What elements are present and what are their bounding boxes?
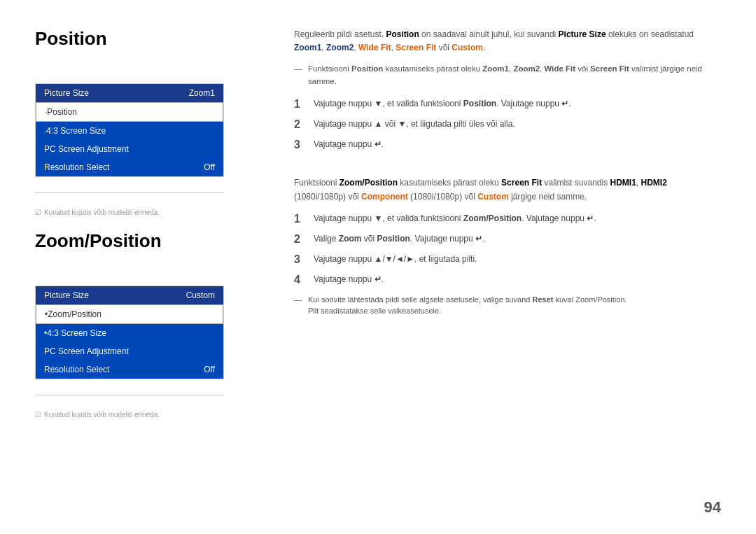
- menu-item-res-select-top[interactable]: Resolution Select Off: [36, 158, 223, 176]
- disclaimer-text-bottom: Kuvatud kujutis võib mudeliti erineda.: [44, 411, 160, 419]
- menu-item-picture-size-bottom[interactable]: Picture Size Custom: [36, 286, 223, 304]
- menu-item-position[interactable]: ·Position: [36, 102, 223, 122]
- position-title: Position: [35, 28, 259, 50]
- menu-label: •4:3 Screen Size: [44, 328, 106, 338]
- left-panel: Position Picture Size Zoom1 ·Position ·4…: [35, 28, 273, 513]
- zoom-position-menu: Picture Size Custom •Zoom/Position •4:3 …: [35, 286, 224, 379]
- disclaimer-icon-bottom: ☑: [35, 411, 41, 419]
- menu-item-pc-adj-bottom[interactable]: PC Screen Adjustment: [36, 342, 223, 360]
- zoom-position-steps: 1 Vajutage nuppu ▼, et valida funktsioon…: [294, 212, 721, 287]
- page-number: 94: [704, 498, 721, 517]
- menu-label: PC Screen Adjustment: [44, 144, 129, 154]
- menu-item-zoom-position[interactable]: •Zoom/Position: [36, 304, 223, 324]
- disclaimer-text-top: Kuvatud kujutis võib mudeliti erineda.: [44, 209, 160, 216]
- step-2-position: 2 Vajutage nuppu ▲ või ▼, et liigutada p…: [294, 118, 721, 131]
- menu-item-pc-adj-top[interactable]: PC Screen Adjustment: [36, 140, 223, 158]
- zoom-position-title: Zoom/Position: [35, 230, 259, 252]
- menu-value: Custom: [186, 290, 215, 300]
- menu-label: Picture Size: [44, 88, 89, 98]
- menu-label: Resolution Select: [44, 365, 109, 374]
- position-section-left: Position Picture Size Zoom1 ·Position ·4…: [35, 28, 259, 216]
- menu-value: Off: [204, 162, 215, 172]
- menu-value: Off: [204, 365, 215, 374]
- menu-label: Picture Size: [44, 290, 89, 300]
- menu-label: PC Screen Adjustment: [44, 346, 129, 356]
- position-info-text: Reguleerib pildi asetust. Position on sa…: [294, 28, 721, 55]
- step-1-zoom: 1 Vajutage nuppu ▼, et valida funktsioon…: [294, 212, 721, 225]
- menu-label: Resolution Select: [44, 162, 109, 172]
- position-instructions: Reguleerib pildi asetust. Position on sa…: [294, 28, 721, 151]
- menu-label: ·4:3 Screen Size: [44, 126, 106, 136]
- menu-item-res-select-bottom[interactable]: Resolution Select Off: [36, 360, 223, 379]
- zoom-position-instructions: Funktsiooni Zoom/Position kasutamiseks p…: [294, 176, 721, 316]
- disclaimer-bottom: ☑ Kuvatud kujutis võib mudeliti erineda.: [35, 411, 259, 419]
- right-panel: Reguleerib pildi asetust. Position on sa…: [273, 28, 721, 513]
- disclaimer-icon-top: ☑: [35, 209, 41, 216]
- menu-item-picture-size-top[interactable]: Picture Size Zoom1: [36, 84, 223, 102]
- disclaimer-top: ☑ Kuvatud kujutis võib mudeliti erineda.: [35, 209, 259, 216]
- step-3-position: 3 Vajutage nuppu ↵.: [294, 138, 721, 151]
- step-1-position: 1 Vajutage nuppu ▼, et valida funktsioon…: [294, 97, 721, 111]
- position-steps: 1 Vajutage nuppu ▼, et valida funktsioon…: [294, 97, 721, 152]
- divider-bottom: [35, 395, 224, 395]
- step-2-zoom: 2 Valige Zoom või Position. Vajutage nup…: [294, 232, 721, 246]
- menu-item-43-screen-bottom[interactable]: •4:3 Screen Size: [36, 324, 223, 342]
- menu-value: Zoom1: [189, 88, 215, 98]
- zoom-position-info-text: Funktsiooni Zoom/Position kasutamiseks p…: [294, 176, 721, 203]
- zoom-position-section-left: Zoom/Position Picture Size Custom •Zoom/…: [35, 230, 259, 419]
- position-menu: Picture Size Zoom1 ·Position ·4:3 Screen…: [35, 83, 224, 177]
- position-note: Funktsiooni Position kasutamiseks pärast…: [294, 63, 721, 87]
- divider-top: [35, 192, 224, 193]
- menu-label: ·Position: [45, 107, 77, 117]
- menu-label: •Zoom/Position: [45, 309, 102, 319]
- zoom-sub-note: Kui soovite lähtestada pildi selle algse…: [294, 294, 721, 317]
- menu-item-43-screen-top[interactable]: ·4:3 Screen Size: [36, 122, 223, 140]
- step-4-zoom: 4 Vajutage nuppu ↵.: [294, 273, 721, 286]
- step-3-zoom: 3 Vajutage nuppu ▲/▼/◄/►, et liigutada p…: [294, 253, 721, 266]
